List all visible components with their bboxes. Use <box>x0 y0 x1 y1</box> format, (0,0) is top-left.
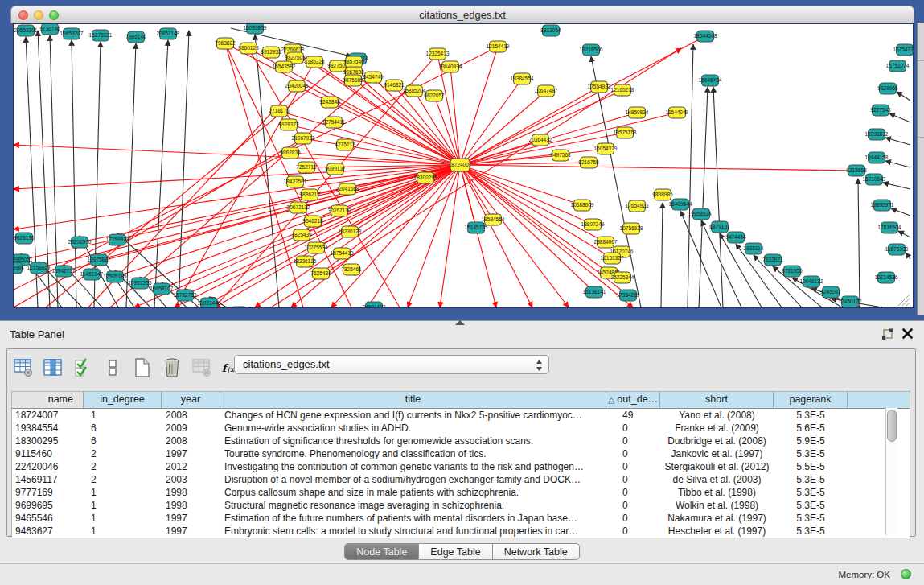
graph-node[interactable]: 18236128 <box>339 226 362 237</box>
column-header-pagerank[interactable]: pagerank <box>774 392 848 408</box>
graph-node[interactable]: 7825461 <box>341 264 362 275</box>
table-cell-pagerank[interactable]: 5.3E-5 <box>774 486 848 499</box>
table-row[interactable]: 946554611997Estimation of the future num… <box>12 512 910 525</box>
graph-node[interactable]: 21067912 <box>292 133 315 144</box>
graph-node[interactable]: 30267130 <box>328 205 351 216</box>
graph-node[interactable]: 12754411 <box>322 117 346 128</box>
graph-node[interactable]: 18544548 <box>694 31 717 42</box>
graph-node[interactable]: 18427561 <box>284 176 307 187</box>
table-cell-out_degree[interactable]: 0 <box>606 486 660 499</box>
graph-node[interactable]: 30672132 <box>287 202 310 213</box>
table-cell-year[interactable]: 2003 <box>162 473 220 486</box>
graph-node[interactable]: 10975887 <box>88 254 111 266</box>
table-cell-name[interactable]: 19384554 <box>12 422 84 435</box>
table-cell-pagerank[interactable]: 5.9E-5 <box>774 435 848 447</box>
graph-node[interactable]: 9736746 <box>39 23 60 35</box>
graph-node[interactable]: 12165218 <box>611 84 634 96</box>
table-cell-pagerank[interactable]: 5.3E-5 <box>774 525 848 538</box>
table-cell-short[interactable]: Yano et al. (2008) <box>660 409 774 422</box>
graph-node[interactable]: 18724007 <box>449 159 472 171</box>
graph-node[interactable]: 8813054 <box>540 25 561 36</box>
graph-node[interactable]: 10946132 <box>800 276 823 287</box>
table-cell-name[interactable]: 18300295 <box>12 435 84 447</box>
graph-node[interactable]: 20206576 <box>68 237 92 248</box>
graph-node[interactable]: 7986140 <box>125 31 146 43</box>
network-canvas[interactable]: 2055330197367461065328715276021798614020… <box>13 23 914 308</box>
graph-node[interactable]: 25225344 <box>611 272 634 283</box>
graph-node[interactable]: 29884067 <box>594 237 618 248</box>
table-cell-out_degree[interactable]: 0 <box>606 512 660 525</box>
graph-node[interactable]: 7825439 <box>291 229 312 241</box>
graph-node[interactable]: 22041668 <box>336 183 359 195</box>
graph-node[interactable]: 15145755 <box>465 222 488 233</box>
graph-node[interactable]: 10647487 <box>535 85 558 97</box>
table-cell-year[interactable]: 2008 <box>162 435 220 447</box>
graph-node[interactable]: 12156869 <box>27 262 51 274</box>
graph-node[interactable]: 13640934 <box>439 61 462 72</box>
graph-node[interactable]: 9958924 <box>691 208 712 220</box>
graph-node[interactable]: 8454749 <box>363 72 384 83</box>
graph-node[interactable]: 20553301 <box>14 25 38 36</box>
graph-node[interactable]: 18575158 <box>614 127 637 138</box>
column-header-year[interactable]: year <box>162 392 220 408</box>
graph-node[interactable]: 19384554 <box>511 73 534 84</box>
graph-node[interactable]: 17554923 <box>588 81 611 93</box>
graph-node[interactable]: 8186328 <box>304 56 325 68</box>
delete-table-button[interactable] <box>191 356 213 379</box>
table-cell-in_degree[interactable]: 6 <box>84 422 162 435</box>
table-cell-in_degree[interactable]: 1 <box>84 486 162 499</box>
graph-node[interactable]: 9862835 <box>280 147 301 159</box>
graph-node[interactable]: 7632621 <box>762 254 783 266</box>
table-row[interactable]: 2242004622012Investigating the contribut… <box>12 460 910 473</box>
table-cell-pagerank[interactable]: 5.6E-5 <box>774 422 848 435</box>
table-cell-pagerank[interactable]: 5.3E-5 <box>774 447 848 460</box>
graph-node[interactable]: 6879197 <box>709 221 730 233</box>
graph-node[interactable]: 18236125 <box>294 256 317 267</box>
graph-node[interactable]: 7625434 <box>310 268 331 279</box>
window-titlebar[interactable]: citations_edges.txt <box>10 6 914 23</box>
table-selector-dropdown[interactable]: citations_edges.txt <box>234 355 549 374</box>
column-header-name[interactable]: name <box>12 392 84 408</box>
graph-node[interactable]: 10754236 <box>893 44 914 56</box>
graph-node[interactable]: 9546218 <box>302 216 323 227</box>
canvas-resize-grip[interactable] <box>898 295 910 306</box>
graph-node[interactable]: 10275534 <box>305 242 328 253</box>
graph-node[interactable]: 15751074 <box>886 60 910 72</box>
graph-node[interactable]: 12325413 <box>426 48 450 60</box>
graph-node[interactable]: 13942757 <box>52 266 76 277</box>
scrollbar-thumb[interactable] <box>887 410 897 442</box>
table-cell-in_degree[interactable]: 2 <box>84 473 162 486</box>
table-cell-in_degree[interactable]: 6 <box>84 435 162 447</box>
table-cell-in_degree[interactable]: 1 <box>84 512 162 525</box>
create-column-button[interactable] <box>131 356 154 379</box>
table-cell-title[interactable]: Estimation of significance thresholds fo… <box>220 435 606 447</box>
graph-node[interactable]: 11544049 <box>666 107 689 118</box>
table-cell-out_degree[interactable]: 0 <box>606 473 660 486</box>
table-cell-title[interactable]: Changes of HCN gene expression and I(f) … <box>220 409 606 422</box>
graph-node[interactable]: 10945522 <box>228 307 251 308</box>
table-cell-short[interactable]: Hescheler et al. (1997) <box>660 525 774 538</box>
tab-network-table[interactable]: Network Table <box>493 543 580 560</box>
table-settings-button[interactable] <box>12 356 35 379</box>
graph-node[interactable]: 8216758 <box>578 157 599 168</box>
graph-node[interactable]: 10214536 <box>875 272 898 283</box>
graph-node[interactable]: 8912935 <box>261 47 281 58</box>
graph-node[interactable]: 7252712 <box>296 162 317 173</box>
table-cell-short[interactable]: Franke et al. (2009) <box>660 422 774 435</box>
table-cell-in_degree[interactable]: 1 <box>84 409 162 422</box>
table-cell-title[interactable]: Embryonic stem cells: a model to study s… <box>220 525 606 538</box>
table-cell-title[interactable]: Corpus callosum shape and size in male p… <box>220 486 606 499</box>
graph-node[interactable]: 15136141 <box>583 286 606 298</box>
graph-node[interactable]: 16409544 <box>669 199 692 210</box>
table-cell-pagerank[interactable]: 5.3E-5 <box>774 473 848 486</box>
table-cell-year[interactable]: 1997 <box>162 512 220 525</box>
graph-node[interactable]: 17359928 <box>106 234 129 245</box>
graph-node[interactable]: 17334269 <box>617 290 640 301</box>
table-cell-name[interactable]: 9699695 <box>12 499 84 512</box>
table-cell-title[interactable]: Investigating the contribution of common… <box>220 460 606 473</box>
table-cell-pagerank[interactable]: 5.3E-5 <box>774 499 848 512</box>
table-cell-name[interactable]: 9777169 <box>12 486 84 499</box>
graph-node[interactable]: 14850834 <box>626 107 649 118</box>
table-vertical-scrollbar[interactable] <box>885 408 897 535</box>
table-cell-out_degree[interactable]: 0 <box>606 447 660 460</box>
